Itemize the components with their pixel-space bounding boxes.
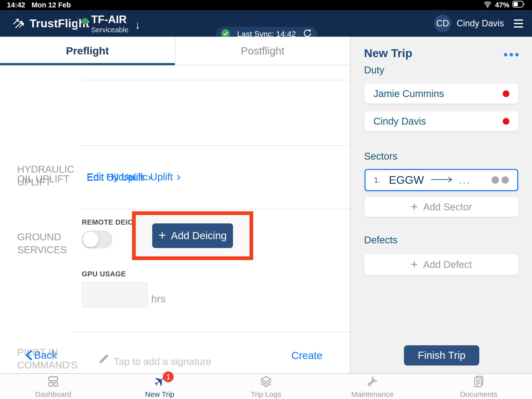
tab-preflight[interactable]: Preflight bbox=[0, 37, 175, 65]
ground-services-label: GROUND SERVICES bbox=[17, 231, 79, 256]
duty-status-dot bbox=[503, 118, 509, 125]
header-divider bbox=[77, 17, 78, 31]
row-divider bbox=[81, 145, 350, 146]
defects-heading: Defects bbox=[364, 234, 398, 246]
wrench-icon bbox=[366, 374, 379, 389]
add-sector-button[interactable]: + Add Sector bbox=[365, 197, 518, 217]
download-arrow-icon: ↓ bbox=[135, 19, 140, 31]
user-avatar[interactable]: CD bbox=[434, 15, 451, 32]
trip-options-icon[interactable] bbox=[504, 53, 519, 56]
row-divider bbox=[81, 80, 350, 80]
back-link[interactable]: Back bbox=[25, 349, 57, 361]
plus-icon: + bbox=[411, 257, 418, 271]
aircraft-selector[interactable]: TF-AIR Serviceable ↓ bbox=[82, 14, 140, 34]
add-defect-button[interactable]: + Add Defect bbox=[365, 254, 518, 275]
nav-dashboard[interactable]: Dashboard bbox=[0, 374, 106, 399]
bottom-tab-bar: Dashboard ✈ 1 New Trip Trip Logs bbox=[0, 373, 532, 399]
new-trip-panel: New Trip Duty Jamie Cummins Cindy Davis … bbox=[350, 37, 532, 373]
pencil-icon bbox=[98, 353, 110, 366]
layers-icon bbox=[259, 374, 273, 389]
add-deicing-highlight: + Add Deicing bbox=[132, 211, 253, 260]
chevron-left-icon bbox=[25, 349, 33, 361]
sector-index: 1. bbox=[374, 176, 381, 185]
wifi-icon bbox=[483, 0, 492, 10]
plus-icon: + bbox=[159, 228, 166, 243]
signature-placeholder[interactable]: Tap to add a signature bbox=[114, 356, 211, 367]
long-arrow-right-icon bbox=[430, 176, 453, 184]
finish-trip-button[interactable]: Finish Trip bbox=[404, 345, 479, 366]
duty-heading: Duty bbox=[364, 65, 384, 76]
sector-origin: EGGW bbox=[389, 174, 424, 186]
ios-status-bar: 14:42 Mon 12 Feb 47% bbox=[0, 0, 532, 10]
gpu-usage-unit: hrs bbox=[151, 293, 166, 305]
remote-deicing-toggle[interactable] bbox=[82, 231, 112, 248]
create-link[interactable]: Create bbox=[291, 350, 322, 362]
trustflight-app: 14:42 Mon 12 Feb 47% bbox=[0, 0, 532, 399]
documents-icon bbox=[472, 374, 485, 389]
app-header: TrustFlight TF-AIR Serviceable ↓ Last Sy… bbox=[0, 10, 532, 37]
nav-new-trip[interactable]: ✈ 1 New Trip bbox=[106, 374, 213, 399]
nav-maintenance[interactable]: Maintenance bbox=[319, 374, 426, 399]
chevron-right-icon: › bbox=[177, 172, 181, 182]
nav-documents[interactable]: Documents bbox=[426, 374, 532, 399]
status-time: 14:42 bbox=[7, 1, 25, 9]
serviceable-status-dot bbox=[82, 18, 88, 24]
row-divider bbox=[81, 209, 350, 209]
trustflight-logo: TrustFlight bbox=[12, 10, 89, 37]
duty-member-card[interactable]: Jamie Cummins bbox=[365, 84, 518, 103]
sector-card[interactable]: 1. EGGW ... bbox=[365, 169, 518, 191]
edit-hydraulic-uplift-link[interactable]: Edit Hydraulic Uplift› bbox=[87, 171, 181, 183]
sector-status-dots bbox=[492, 176, 509, 184]
flight-phase-tabs: Preflight Postflight bbox=[0, 37, 350, 65]
aircraft-status: Serviceable bbox=[91, 26, 129, 34]
battery-icon bbox=[512, 1, 525, 9]
row-divider bbox=[75, 332, 350, 332]
status-date: Mon 12 Feb bbox=[32, 1, 71, 9]
plus-icon: + bbox=[411, 200, 418, 213]
preflight-form: OIL UPLIFT Edit Oil Uplift› HYDRAULIC UP… bbox=[0, 65, 350, 373]
toggle-thumb bbox=[83, 232, 99, 247]
battery-percent: 47% bbox=[495, 1, 509, 9]
gpu-usage-input[interactable] bbox=[82, 282, 148, 307]
hydraulic-uplift-label: HYDRAULIC UPLIFT bbox=[17, 163, 79, 188]
notification-badge: 1 bbox=[163, 371, 174, 382]
dashboard-icon bbox=[47, 374, 60, 389]
gpu-usage-label: GPU USAGE bbox=[82, 270, 126, 278]
new-trip-plane-icon: ✈ 1 bbox=[154, 374, 166, 389]
duty-status-dot bbox=[503, 90, 509, 97]
trustflight-logo-icon bbox=[12, 16, 26, 31]
duty-member-name: Cindy Davis bbox=[373, 116, 426, 127]
tab-postflight[interactable]: Postflight bbox=[175, 37, 350, 65]
trip-panel-title: New Trip bbox=[364, 46, 412, 60]
nav-trip-logs[interactable]: Trip Logs bbox=[213, 374, 319, 399]
duty-member-card[interactable]: Cindy Davis bbox=[365, 111, 518, 131]
menu-icon[interactable] bbox=[514, 19, 523, 28]
sectors-heading: Sectors bbox=[364, 151, 398, 162]
user-name: Cindy Davis bbox=[457, 18, 504, 29]
sector-destination: ... bbox=[459, 174, 470, 186]
add-deicing-button[interactable]: + Add Deicing bbox=[152, 223, 233, 248]
brand-name: TrustFlight bbox=[30, 17, 89, 30]
aircraft-registration: TF-AIR bbox=[91, 14, 129, 25]
duty-member-name: Jamie Cummins bbox=[373, 88, 444, 99]
